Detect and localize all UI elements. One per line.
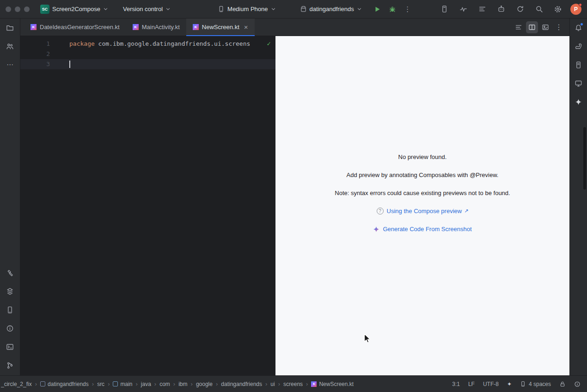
chevron-separator-icon: › — [278, 380, 280, 387]
breadcrumb-item[interactable]: main — [113, 381, 132, 387]
chevron-separator-icon: › — [306, 380, 308, 387]
info-icon[interactable] — [574, 381, 581, 387]
device-explorer-tool-button[interactable] — [572, 58, 585, 71]
tab-dateideasgeneratorscreen[interactable]: K DateIdeasGeneratorScreen.kt — [24, 18, 126, 36]
titlebar-right-actions: P — [438, 3, 581, 16]
code-text[interactable] — [50, 49, 69, 59]
breadcrumb-item[interactable]: datingandfriends — [221, 381, 262, 387]
window-close-button[interactable] — [6, 6, 11, 12]
editor-split: 1 package com.ibm.google.datingandfriend… — [20, 36, 569, 375]
compose-preview-panel: No preview found. Add preview by annotat… — [275, 36, 569, 375]
user-avatar[interactable]: P — [570, 4, 581, 15]
device-manager-button[interactable] — [438, 3, 451, 16]
project-icon: SC — [40, 5, 49, 14]
search-everywhere-button[interactable] — [532, 3, 545, 16]
device-selector[interactable]: Medium Phone — [214, 4, 279, 14]
mouse-cursor — [364, 333, 372, 346]
code-line[interactable]: 2 — [20, 49, 275, 59]
gemini-tool-button[interactable] — [572, 95, 585, 108]
breadcrumb-item[interactable]: src — [97, 381, 104, 387]
window-zoom-button[interactable] — [24, 6, 30, 12]
chevron-down-icon — [271, 6, 276, 12]
chevron-separator-icon: › — [216, 380, 218, 387]
line-number[interactable]: 3 — [20, 59, 50, 69]
no-preview-message: No preview found. — [398, 153, 447, 160]
module-icon — [40, 381, 45, 386]
project-tool-button[interactable] — [4, 21, 17, 34]
window-minimize-button[interactable] — [15, 6, 20, 12]
ai-assistant-button[interactable] — [495, 3, 508, 16]
breadcrumb: _circle_2_fix › datingandfriends › src ›… — [1, 380, 354, 387]
breadcrumb-item[interactable]: _circle_2_fix — [1, 381, 32, 387]
package-path: com.ibm.google.datingandfriends.ui.scree… — [95, 40, 251, 47]
kotlin-file-icon: K — [311, 381, 317, 387]
code-view-button[interactable] — [513, 21, 525, 33]
run-actions: ⋮ — [371, 3, 414, 16]
scrollbar-thumb[interactable] — [583, 127, 586, 190]
breadcrumb-item[interactable]: screens — [283, 381, 303, 387]
build-tool-button[interactable] — [4, 266, 17, 279]
logcat-button[interactable] — [476, 3, 489, 16]
code-editor[interactable]: 1 package com.ibm.google.datingandfriend… — [20, 36, 275, 375]
version-control-tool-button[interactable] — [4, 359, 17, 372]
sync-project-button[interactable] — [514, 3, 526, 16]
kotlin-file-icon: K — [193, 24, 199, 30]
resource-manager-tool-button[interactable] — [4, 40, 17, 53]
chevron-separator-icon: › — [92, 380, 94, 387]
project-widget[interactable]: SC Screen2Compose — [37, 3, 111, 16]
editor-more-options-button[interactable]: ⋮ — [553, 21, 565, 33]
breadcrumb-item-file[interactable]: KNewScreen.kt — [311, 381, 354, 387]
profiler-button[interactable] — [457, 3, 470, 16]
code-line-current[interactable]: 3 — [20, 59, 275, 69]
close-tab-icon[interactable]: × — [244, 24, 248, 31]
read-only-lock-icon[interactable] — [559, 381, 566, 387]
inspections-ok-icon[interactable]: ✓ — [267, 40, 271, 47]
version-control-widget[interactable]: Version control — [120, 4, 174, 14]
tab-mainactivity[interactable]: K MainActivity.kt — [126, 18, 186, 36]
line-number[interactable]: 1 — [20, 39, 50, 49]
help-question-icon: ? — [377, 208, 384, 214]
indent-widget[interactable]: 4 spaces — [520, 381, 551, 387]
chevron-separator-icon: › — [154, 380, 156, 387]
device-manager-tool-button[interactable] — [4, 303, 17, 316]
breadcrumb-item[interactable]: datingandfriends — [40, 381, 89, 387]
cursor-position-widget[interactable]: 3:1 — [452, 381, 460, 387]
breadcrumb-item[interactable]: com — [159, 381, 170, 387]
external-link-icon: ↗ — [464, 208, 468, 214]
breadcrumb-item[interactable]: ibm — [178, 381, 187, 387]
app-inspection-tool-button[interactable] — [4, 285, 17, 298]
code-line[interactable]: 1 package com.ibm.google.datingandfriend… — [20, 39, 275, 49]
notifications-button[interactable] — [572, 21, 585, 34]
code-text[interactable] — [50, 59, 69, 69]
help-link-label: Using the Compose preview — [387, 208, 462, 214]
chevron-separator-icon: › — [35, 380, 37, 387]
line-number[interactable]: 2 — [20, 49, 50, 59]
gemini-status-icon[interactable]: ✦ — [507, 381, 512, 387]
problems-tool-button[interactable] — [4, 322, 17, 335]
split-view-button[interactable] — [526, 21, 538, 33]
settings-button[interactable] — [551, 3, 564, 16]
generate-code-from-screenshot-link[interactable]: Generate Code From Screenshot — [373, 226, 471, 233]
generate-link-label: Generate Code From Screenshot — [383, 226, 471, 233]
breadcrumb-item[interactable]: google — [196, 381, 213, 387]
text-caret — [69, 61, 70, 68]
encoding-widget[interactable]: UTF-8 — [483, 381, 499, 387]
line-ending-widget[interactable]: LF — [468, 381, 475, 387]
running-devices-tool-button[interactable] — [572, 77, 585, 90]
breadcrumb-item[interactable]: java — [141, 381, 151, 387]
gradle-tool-button[interactable] — [572, 40, 585, 53]
run-button[interactable] — [371, 3, 384, 16]
run-configuration-selector[interactable]: datingandfriends — [297, 4, 365, 14]
design-view-button[interactable] — [539, 21, 551, 33]
editor-mode-toggle: ⋮ — [513, 18, 569, 36]
breadcrumb-item[interactable]: ui — [270, 381, 275, 387]
tab-newscreen[interactable]: K NewScreen.kt × — [186, 18, 255, 36]
chevron-down-icon — [165, 6, 171, 12]
more-tool-windows-button[interactable]: ⋯ — [4, 58, 17, 71]
compose-preview-help-link[interactable]: ? Using the Compose preview ↗ — [377, 208, 469, 214]
more-actions-button[interactable]: ⋮ — [401, 3, 414, 16]
more-horizontal-icon: ⋯ — [6, 61, 13, 69]
debug-button[interactable] — [386, 3, 399, 16]
code-text[interactable]: package com.ibm.google.datingandfriends.… — [50, 39, 250, 49]
terminal-tool-button[interactable] — [4, 340, 17, 353]
